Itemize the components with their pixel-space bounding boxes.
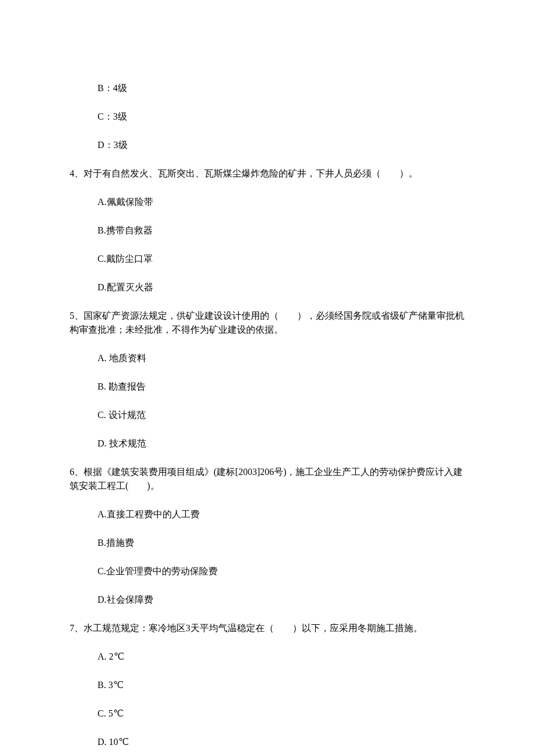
question-5: 5、国家矿产资源法规定，供矿业建设设计使用的（ ），必须经国务院或省级矿产储量审… (70, 309, 464, 337)
q7-option-c: C. 5℃ (98, 707, 464, 721)
q6-option-a: A.直接工程费中的人工费 (98, 507, 464, 521)
q6-option-c: C.企业管理费中的劳动保险费 (98, 564, 464, 578)
question-7: 7、水工规范规定：寒冷地区3天平均气温稳定在（ ）以下，应采用冬期施工措施。 (70, 621, 464, 635)
q5-option-d: D. 技术规范 (98, 437, 464, 451)
q4-option-d: D.配置灭火器 (98, 280, 464, 294)
document-page: B：4级 C：3级 D：3级 4、对于有自然发火、瓦斯突出、瓦斯煤尘爆炸危险的矿… (0, 0, 534, 756)
q7-option-d: D. 10℃ (98, 735, 464, 749)
q7-option-a: A. 2℃ (98, 650, 464, 664)
question-4: 4、对于有自然发火、瓦斯突出、瓦斯煤尘爆炸危险的矿井，下井人员必须（ ）。 (70, 167, 464, 181)
q5-option-b: B. 勘查报告 (98, 380, 464, 394)
q4-option-a: A.佩戴保险带 (98, 195, 464, 209)
q7-option-b: B. 3℃ (98, 678, 464, 692)
q3-option-b: B：4级 (98, 81, 464, 95)
q4-option-c: C.戴防尘口罩 (98, 252, 464, 266)
q3-option-d: D：3级 (98, 138, 464, 152)
q4-option-b: B.携带自救器 (98, 224, 464, 237)
q5-option-c: C. 设计规范 (98, 408, 464, 422)
q6-option-d: D.社会保障费 (98, 593, 464, 607)
question-6: 6、根据《建筑安装费用项目组成》(建标[2003]206号)，施工企业生产工人的… (70, 465, 464, 493)
q3-option-c: C：3级 (98, 110, 464, 124)
q6-option-b: B.措施费 (98, 536, 464, 550)
q5-option-a: A. 地质资料 (98, 351, 464, 365)
